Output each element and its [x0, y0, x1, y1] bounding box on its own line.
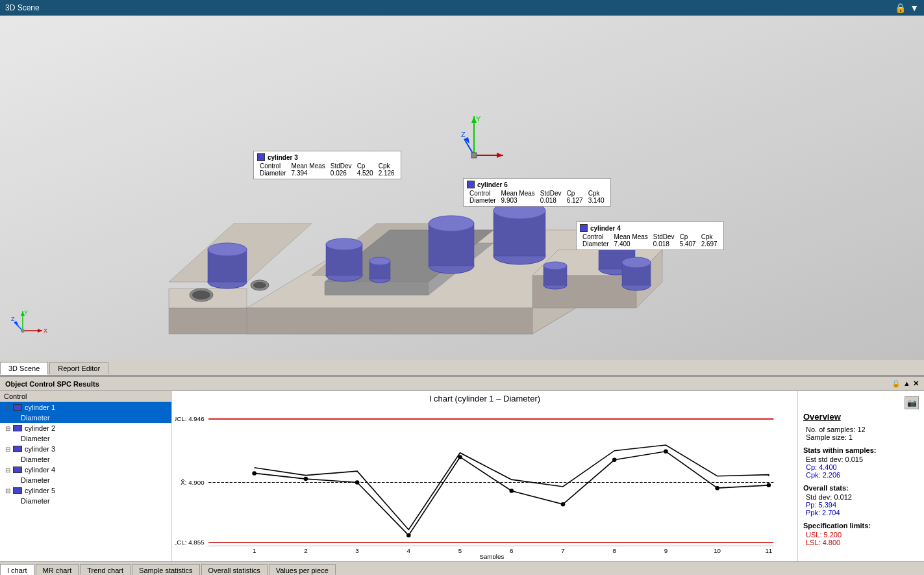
cpk-within: Cpk: 2.206 — [803, 471, 919, 479]
svg-text:5: 5 — [458, 547, 462, 554]
overview-samples-section: No. of samples: 12 Sample size: 1 — [803, 426, 919, 441]
no-of-samples: No. of samples: 12 — [803, 426, 919, 433]
cylinder1-icon — [13, 404, 22, 411]
overall-stats-title: Overall stats: — [803, 484, 919, 492]
tab-trend-chart[interactable]: Trend chart — [80, 564, 131, 575]
tree-subitem-cylinder5-diameter[interactable]: Diameter — [0, 496, 171, 506]
lsl-stat: LSL: 4.800 — [803, 539, 919, 546]
close-icon[interactable]: ✕ — [913, 379, 919, 388]
usl-stat: USL: 5.200 — [803, 531, 919, 539]
svg-text:Z: Z — [461, 131, 466, 138]
cylinder3-label: cylinder 3 — [25, 445, 55, 453]
lock-icon[interactable]: 🔒 — [895, 3, 906, 13]
expand-icon-cylinder4: ⊟ — [5, 466, 10, 474]
ppk-stat: Ppk: 2.704 — [803, 509, 919, 517]
tree-subitem-cylinder3-diameter[interactable]: Diameter — [0, 454, 171, 465]
bottom-panel-title-label: Object Control SPC Results — [5, 380, 99, 388]
cylinder5-icon — [13, 487, 22, 494]
tab-overall-statistics[interactable]: Overall statistics — [201, 564, 268, 575]
chart-svg-container: UCL: 4.946 X̄: 4.900 LCL: 4.855 — [175, 406, 795, 559]
tree-item-cylinder2[interactable]: ⊟ cylinder 2 — [0, 423, 171, 433]
tree-item-cylinder1[interactable]: ⊟ cylinder 1 — [0, 402, 171, 413]
camera-button[interactable]: 📷 — [905, 396, 919, 409]
cylinder1-label: cylinder 1 — [25, 403, 55, 411]
svg-point-61 — [21, 329, 25, 333]
svg-text:6: 6 — [510, 547, 513, 554]
svg-marker-5 — [169, 308, 247, 334]
3d-scene-canvas: Y Z Y Z X — [0, 16, 924, 360]
svg-point-26 — [429, 216, 474, 231]
float-icon[interactable]: ▲ — [903, 379, 910, 388]
svg-text:8: 8 — [612, 547, 616, 554]
tab-3d-scene[interactable]: 3D Scene — [0, 362, 48, 375]
est-std-dev: Est std dev: 0.015 — [803, 455, 919, 463]
tooltip-cylinder6: cylinder 6 Control Mean Meas StdDev Cp C… — [463, 178, 611, 207]
svg-text:X: X — [44, 327, 47, 334]
svg-text:Y: Y — [476, 115, 481, 123]
chart-area: I chart (cylinder 1 – Diameter) UCL: 4.9… — [172, 391, 797, 561]
title-bar: 3D Scene 🔒 ▼ — [0, 0, 924, 16]
tab-values-per-piece[interactable]: Values per piece — [269, 564, 336, 575]
tooltip-cylinder3: cylinder 3 Control Mean Meas StdDev Cp C… — [253, 151, 401, 179]
tree-subitem-cylinder4-diameter[interactable]: Diameter — [0, 475, 171, 485]
svg-text:X̄: 4.900: X̄: 4.900 — [181, 479, 205, 486]
cylinder2-label: cylinder 2 — [25, 424, 55, 432]
tooltip-cylinder4: cylinder 4 Control Mean Meas StdDev Cp C… — [576, 222, 724, 250]
tooltip-title-cylinder4: cylinder 4 — [590, 225, 621, 232]
tree-item-cylinder3[interactable]: ⊟ cylinder 3 — [0, 444, 171, 454]
stats-within-title: Stats within samples: — [803, 446, 919, 454]
tree-item-cylinder4[interactable]: ⊟ cylinder 4 — [0, 465, 171, 475]
svg-point-20 — [326, 238, 362, 250]
scene-area: Y Z Y Z X cylinder — [0, 16, 924, 360]
pin-icon[interactable]: 🔒 — [892, 379, 901, 388]
object-control-panel: Control ⊟ cylinder 1 Diameter ⊟ cylinder… — [0, 391, 172, 561]
svg-rect-51 — [471, 153, 477, 158]
tab-report-editor[interactable]: Report Editor — [49, 362, 108, 374]
overview-title: Overview — [803, 412, 919, 422]
tooltip-icon-cylinder3 — [257, 153, 265, 161]
tab-mr-chart[interactable]: MR chart — [36, 564, 79, 575]
svg-text:UCL: 4.946: UCL: 4.946 — [175, 415, 205, 422]
svg-text:3: 3 — [355, 547, 358, 554]
svg-text:11: 11 — [765, 547, 772, 554]
bottom-panel-title-bar: Object Control SPC Results 🔒 ▲ ✕ — [0, 377, 924, 391]
cp-within: Cp: 4.400 — [803, 463, 919, 471]
overview-panel: 📷 Overview No. of samples: 12 Sample siz… — [797, 391, 924, 561]
cylinder4-icon — [13, 466, 22, 473]
tab-i-chart[interactable]: I chart — [0, 564, 34, 576]
expand-icon-cylinder5: ⊟ — [5, 487, 10, 494]
svg-marker-3 — [247, 308, 532, 334]
stats-within-section: Stats within samples: Est std dev: 0.015… — [803, 446, 919, 479]
dropdown-icon[interactable]: ▼ — [910, 3, 919, 13]
chart-title: I chart (cylinder 1 – Diameter) — [175, 394, 795, 403]
svg-marker-14 — [325, 282, 429, 295]
tooltip-icon-cylinder6 — [467, 181, 475, 188]
spec-limits-title: Specification limits: — [803, 522, 919, 530]
svg-point-40 — [192, 290, 210, 300]
cylinder5-label: cylinder 5 — [25, 487, 55, 494]
overall-stats-section: Overall stats: Std dev: 0.012 Pp: 5.394 … — [803, 484, 919, 517]
chart-tabs: I chart MR chart Trend chart Sample stat… — [0, 561, 924, 575]
std-dev-overall: Std dev: 0.012 — [803, 493, 919, 501]
svg-text:9: 9 — [664, 547, 668, 554]
svg-text:7: 7 — [561, 547, 564, 554]
tab-sample-statistics[interactable]: Sample statistics — [132, 564, 200, 575]
svg-point-42 — [253, 282, 266, 288]
tree-subitem-cylinder2-diameter[interactable]: Diameter — [0, 433, 171, 444]
title-bar-icons: 🔒 ▼ — [895, 3, 919, 13]
spec-limits-section: Specification limits: USL: 5.200 LSL: 4.… — [803, 522, 919, 546]
svg-text:2: 2 — [304, 547, 307, 554]
svg-point-38 — [622, 257, 651, 268]
pp-stat: Pp: 5.394 — [803, 501, 919, 509]
tooltip-title-cylinder3: cylinder 3 — [268, 154, 298, 161]
cylinder2-icon — [13, 425, 22, 431]
tree-subitem-cylinder1-diameter[interactable]: Diameter — [0, 413, 171, 423]
svg-text:LCL: 4.855: LCL: 4.855 — [175, 539, 205, 546]
svg-text:Z: Z — [11, 316, 15, 322]
tree-item-cylinder5[interactable]: ⊟ cylinder 5 — [0, 485, 171, 496]
scene-tabs: 3D Scene Report Editor — [0, 360, 924, 376]
svg-text:4: 4 — [407, 547, 411, 554]
svg-text:1: 1 — [253, 547, 256, 554]
svg-point-32 — [543, 262, 567, 270]
tooltip-title-cylinder6: cylinder 6 — [477, 181, 508, 188]
